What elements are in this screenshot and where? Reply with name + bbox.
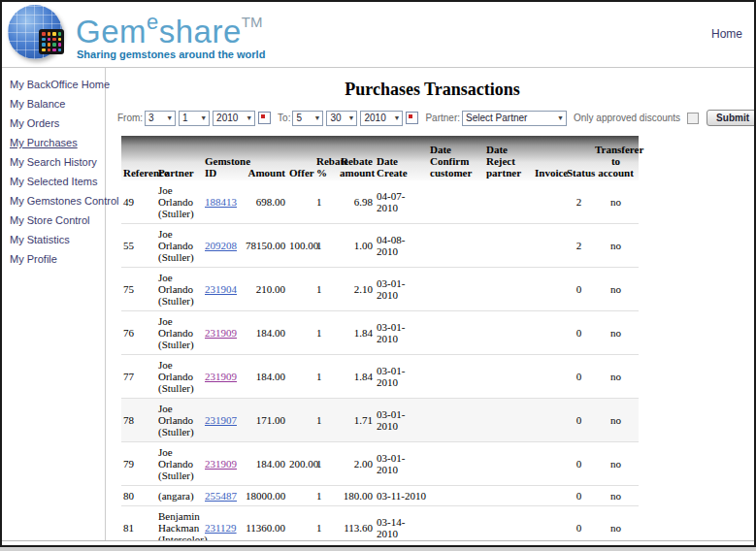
gem-grid-logo-icon [39, 29, 64, 54]
cell-amount: 78150.00 [244, 224, 287, 268]
sidebar-item-my-profile[interactable]: My Profile [10, 254, 105, 265]
column-header-date_create: Date Create [375, 136, 428, 180]
column-header-rebate_amount: Rebate amount [338, 136, 375, 180]
table-row: 49Joe Orlando (Stuller)188413698.0016.98… [121, 180, 639, 224]
sidebar-item-my-store-control[interactable]: My Store Control [10, 215, 105, 226]
chevron-down-icon: ▼ [557, 114, 564, 121]
from-day-select[interactable]: 1▼ [179, 111, 210, 126]
gemstone-id-link[interactable]: 231129 [205, 522, 237, 534]
gemstone-id-link[interactable]: 231904 [205, 283, 237, 295]
filter-bar: From: 3▼ 1▼ 2010▼ To: 5▼ 30▼ 2010▼ Partn… [114, 110, 756, 126]
cell-invoice [533, 180, 565, 224]
to-month-select[interactable]: 5▼ [292, 111, 323, 126]
cell-reference: 75 [121, 268, 156, 311]
cell-date_confirm [428, 486, 484, 506]
cell-partner: Joe Orlando (Stuller) [156, 268, 203, 311]
cell-date_create: 03-01-2010 [375, 442, 428, 486]
chevron-down-icon: ▼ [246, 114, 252, 121]
approved-discounts-checkbox[interactable] [687, 113, 699, 124]
column-header-gemstone_id: Gemstone ID [203, 136, 244, 180]
column-header-status: Status [565, 136, 593, 180]
cell-invoice [533, 224, 565, 268]
submit-button[interactable]: Submit [707, 110, 756, 126]
cell-date_reject [484, 486, 533, 506]
cell-reference: 79 [121, 442, 156, 486]
cell-partner: Joe Orlando (Stuller) [156, 355, 203, 399]
cell-transferer: no [593, 180, 639, 224]
cell-reference: 76 [121, 311, 156, 355]
cell-offer [287, 399, 314, 442]
cell-rebate_pct: 1 [314, 399, 338, 442]
cell-invoice [533, 268, 565, 311]
from-calendar-icon[interactable] [258, 112, 271, 124]
cell-date_reject [484, 180, 533, 224]
sidebar-item-my-statistics[interactable]: My Statistics [10, 235, 105, 245]
cell-status: 0 [565, 486, 593, 506]
gemstone-id-link[interactable]: 209208 [205, 240, 237, 251]
gemstone-id-link[interactable]: 231909 [205, 327, 237, 339]
sidebar-item-my-balance[interactable]: My Balance [10, 99, 105, 110]
gemstone-id-link[interactable]: 231907 [205, 414, 237, 426]
sidebar-item-my-purchases[interactable]: My Purchases [10, 138, 105, 148]
sidebar-item-my-gemstones-control[interactable]: My Gemstones Control [10, 196, 105, 207]
main-content: Purchases Transactions From: 3▼ 1▼ 2010▼… [106, 68, 756, 541]
cell-rebate_pct: 1 [314, 224, 338, 268]
app-header: GemeshareTM Sharing gemstones around the… [2, 2, 754, 68]
cell-amount: 18000.00 [244, 486, 287, 506]
cell-rebate_pct: 1 [314, 180, 338, 224]
cell-transferer: no [593, 268, 639, 311]
to-calendar-icon[interactable] [406, 112, 418, 124]
sidebar-item-my-backoffice-home[interactable]: My BackOffice Home [10, 80, 105, 90]
cell-date_create: 04-07-2010 [375, 180, 428, 224]
chevron-down-icon: ▼ [166, 114, 173, 121]
cell-amount: 184.00 [244, 442, 287, 486]
from-month-select[interactable]: 3▼ [145, 111, 176, 126]
column-header-offer: Offer [287, 136, 314, 180]
column-header-date_reject: Date Reject partner [484, 136, 533, 180]
cell-rebate_amount: 1.84 [338, 311, 375, 355]
column-header-date_confirm: Date Confirm customer [428, 136, 484, 180]
cell-gemstone_id: 209208 [203, 224, 244, 268]
to-day-select[interactable]: 30▼ [326, 111, 357, 126]
cell-date_reject [484, 442, 533, 486]
table-row: 79Joe Orlando (Stuller)231909184.00200.0… [121, 442, 639, 486]
cell-amount: 171.00 [244, 399, 287, 442]
column-header-invoice: Invoice [533, 136, 565, 180]
cell-gemstone_id: 231909 [203, 442, 244, 486]
to-year-select[interactable]: 2010▼ [360, 111, 403, 126]
cell-gemstone_id: 255487 [203, 486, 244, 506]
cell-invoice [533, 486, 565, 506]
cell-transferer: no [593, 355, 639, 399]
table-row: 55Joe Orlando (Stuller)20920878150.00100… [121, 224, 639, 268]
footer-strip [2, 540, 754, 545]
sidebar-item-my-selected-items[interactable]: My Selected Items [10, 177, 105, 187]
partner-select[interactable]: Select Partner▼ [462, 111, 567, 126]
cell-date_create: 03-11-2010 [375, 486, 428, 506]
cell-rebate_amount: 2.10 [338, 268, 375, 311]
page: GemeshareTM Sharing gemstones around the… [0, 0, 756, 547]
partner-label: Partner: [425, 113, 460, 123]
cell-invoice [533, 399, 565, 442]
from-year-select[interactable]: 2010▼ [213, 111, 255, 126]
cell-status: 0 [565, 399, 593, 442]
home-link[interactable]: Home [711, 27, 742, 41]
cell-date_create: 03-01-2010 [375, 399, 428, 442]
sidebar-item-my-orders[interactable]: My Orders [10, 118, 105, 129]
sidebar-item-my-search-history[interactable]: My Search History [10, 157, 105, 168]
cell-offer [287, 268, 314, 311]
cell-partner: Joe Orlando (Stuller) [156, 224, 203, 268]
cell-gemstone_id: 231904 [203, 268, 244, 311]
column-header-reference: Reference [121, 136, 156, 180]
cell-rebate_amount: 6.98 [338, 180, 375, 224]
cell-status: 2 [565, 180, 593, 224]
gemstone-id-link[interactable]: 255487 [205, 490, 237, 502]
cell-invoice [533, 311, 565, 355]
chevron-down-icon: ▼ [348, 114, 355, 121]
gemstone-id-link[interactable]: 188413 [205, 196, 237, 208]
gemstone-id-link[interactable]: 231909 [205, 371, 237, 382]
cell-status: 0 [565, 311, 593, 355]
gemstone-id-link[interactable]: 231909 [205, 458, 237, 470]
column-header-transferer: Transferer to account [593, 136, 639, 180]
cell-date_reject [484, 268, 533, 311]
cell-rebate_amount: 1.84 [338, 355, 375, 399]
